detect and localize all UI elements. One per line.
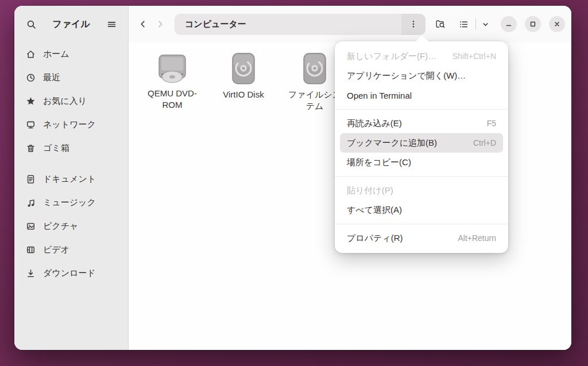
kebab-menu-icon <box>409 20 418 29</box>
menu-item-select-all[interactable]: すべて選択(A) <box>340 200 503 220</box>
sidebar-item-starred[interactable]: お気に入り <box>19 89 123 113</box>
video-icon <box>25 245 36 255</box>
menu-item-properties[interactable]: プロパティ(R) Alt+Return <box>340 228 503 248</box>
menu-item-open-with-application[interactable]: アプリケーションで開く(W)… <box>340 66 503 85</box>
picture-icon <box>25 221 36 232</box>
sidebar-item-pictures[interactable]: ピクチャ <box>19 215 123 238</box>
sidebar-item-network[interactable]: ネットワーク <box>19 113 123 137</box>
back-button[interactable] <box>134 14 152 34</box>
chevron-down-icon <box>481 20 490 29</box>
menu-item-open-in-terminal[interactable]: Open in Terminal <box>340 85 503 105</box>
menu-item-label: 新しいフォルダー(F)… <box>347 51 436 62</box>
download-icon <box>25 268 36 279</box>
sidebar-item-label: お気に入り <box>43 96 87 107</box>
close-button[interactable] <box>549 16 565 32</box>
menu-item-label: プロパティ(R) <box>347 233 403 244</box>
sidebar-item-recent[interactable]: 最近 <box>19 66 123 89</box>
sidebar-item-label: ダウンロード <box>43 268 96 279</box>
close-icon <box>553 20 561 28</box>
files-window: ファイル ホーム <box>14 6 571 350</box>
music-icon <box>25 198 36 208</box>
list-view-button[interactable] <box>453 14 474 34</box>
header-bar: コンピューター <box>129 6 571 42</box>
sidebar-item-label: ホーム <box>43 49 69 60</box>
optical-drive-icon <box>154 52 190 85</box>
view-toggle-group <box>453 14 493 34</box>
menu-item-accel: Shift+Ctrl+N <box>452 52 496 61</box>
sidebar-header: ファイル <box>14 6 128 42</box>
menu-item-accel: F5 <box>487 119 496 128</box>
menu-item-label: ブックマークに追加(B) <box>347 138 437 149</box>
home-icon <box>25 49 36 60</box>
sidebar-group-folders: ドキュメント ミュージック <box>19 168 123 285</box>
sidebar-item-label: ドキュメント <box>43 174 96 185</box>
minimize-button[interactable] <box>501 16 517 32</box>
file-item-virtio-disk[interactable]: VirtIO Disk <box>208 52 279 112</box>
document-icon <box>25 174 36 185</box>
hamburger-icon <box>107 20 117 29</box>
sidebar-item-documents[interactable]: ドキュメント <box>19 168 123 191</box>
sidebar-item-videos[interactable]: ビデオ <box>19 238 123 262</box>
header-actions <box>430 14 565 34</box>
location-menu-button[interactable] <box>401 14 425 35</box>
current-location[interactable]: コンピューター <box>175 14 401 35</box>
menu-item-label: アプリケーションで開く(W)… <box>347 71 466 81</box>
menu-item-add-bookmark[interactable]: ブックマークに追加(B) Ctrl+D <box>340 133 503 153</box>
file-label: VirtIO Disk <box>223 89 264 100</box>
menu-item-label: 貼り付け(P) <box>347 185 393 196</box>
sidebar-item-label: ゴミ箱 <box>43 143 69 154</box>
view-options-button[interactable] <box>478 14 493 34</box>
chevron-right-icon <box>156 20 165 29</box>
file-grid: QEMU DVD-ROM VirtIO Disk <box>137 52 350 112</box>
menu-separator <box>335 176 508 177</box>
menu-item-reload[interactable]: 再読み込み(E) F5 <box>340 114 503 133</box>
app-title: ファイル <box>52 18 90 30</box>
sidebar-item-label: ネットワーク <box>43 119 96 130</box>
file-label: QEMU DVD-ROM <box>142 88 203 111</box>
sidebar-item-label: ビデオ <box>43 244 69 255</box>
clock-icon <box>25 73 36 83</box>
folder-search-icon <box>435 19 446 29</box>
context-menu: 新しいフォルダー(F)… Shift+Ctrl+N アプリケーションで開く(W)… <box>335 41 508 253</box>
divider <box>475 18 476 30</box>
menu-item-label: すべて選択(A) <box>347 205 402 216</box>
sidebar-item-home[interactable]: ホーム <box>19 42 123 66</box>
sidebar: ファイル ホーム <box>14 6 129 350</box>
hamburger-menu-button[interactable] <box>102 14 121 34</box>
sidebar-item-trash[interactable]: ゴミ箱 <box>19 137 123 160</box>
path-bar[interactable]: コンピューター <box>175 14 425 35</box>
sidebar-item-downloads[interactable]: ダウンロード <box>19 262 123 285</box>
sidebar-item-label: ピクチャ <box>43 221 78 232</box>
menu-item-paste: 貼り付け(P) <box>340 181 503 200</box>
sidebar-item-label: 最近 <box>43 72 60 83</box>
sidebar-nav: ホーム 最近 お気に入り <box>14 42 128 285</box>
disk-icon <box>300 52 329 86</box>
disk-icon <box>229 52 258 86</box>
forward-button[interactable] <box>152 14 169 34</box>
menu-separator <box>335 224 508 224</box>
menu-item-accel: Alt+Return <box>458 233 496 243</box>
sidebar-group-places: ホーム 最近 お気に入り <box>19 42 123 160</box>
sidebar-item-label: ミュージック <box>43 197 96 208</box>
star-icon <box>25 96 36 107</box>
menu-item-copy-location[interactable]: 場所をコピー(C) <box>340 153 503 172</box>
search-icon <box>26 20 36 29</box>
list-view-icon <box>459 20 469 29</box>
menu-item-label: 場所をコピー(C) <box>347 157 411 168</box>
menu-item-new-folder: 新しいフォルダー(F)… Shift+Ctrl+N <box>340 46 503 66</box>
search-files-button[interactable] <box>430 14 451 34</box>
network-icon <box>25 120 36 130</box>
menu-item-label: 再読み込み(E) <box>347 118 402 129</box>
trash-icon <box>25 143 36 154</box>
search-button[interactable] <box>21 14 41 34</box>
menu-separator <box>335 109 508 110</box>
popover-arrow <box>416 36 428 41</box>
minimize-icon <box>505 20 513 28</box>
maximize-button[interactable] <box>525 16 541 32</box>
menu-item-accel: Ctrl+D <box>473 138 496 147</box>
sidebar-item-music[interactable]: ミュージック <box>19 191 123 215</box>
chevron-left-icon <box>138 20 148 29</box>
maximize-icon <box>529 20 537 28</box>
menu-item-label: Open in Terminal <box>347 91 412 100</box>
file-item-qemu-dvd-rom[interactable]: QEMU DVD-ROM <box>137 52 208 112</box>
